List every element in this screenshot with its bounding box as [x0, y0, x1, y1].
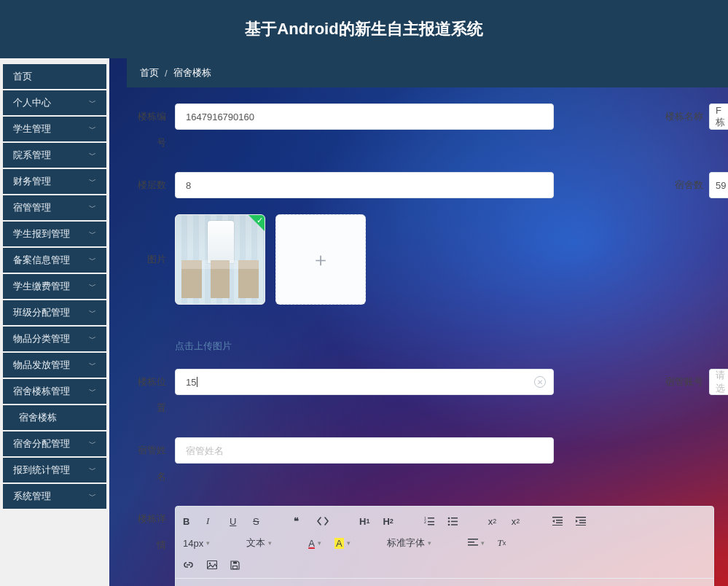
app-title: 基于Android的新生自主报道系统 — [245, 18, 482, 40]
breadcrumb-sep: / — [165, 68, 168, 79]
ul-button[interactable] — [447, 517, 458, 526]
sidebar-item-label: 报到统计管理 — [13, 464, 70, 477]
strike-button[interactable]: S — [253, 516, 263, 527]
sidebar-item[interactable]: 系统管理﹀ — [3, 484, 106, 509]
image-add-button[interactable]: ＋ — [275, 214, 366, 305]
breadcrumb-home[interactable]: 首页 — [140, 66, 159, 79]
sidebar-item-label: 首页 — [13, 70, 32, 83]
sidebar-item[interactable]: 学生缴费管理﹀ — [3, 274, 106, 299]
outdent-button[interactable] — [552, 517, 563, 526]
sidebar-item-label: 学生管理 — [13, 122, 51, 136]
svg-rect-4 — [428, 524, 434, 526]
chevron-down-icon: ﹀ — [89, 98, 96, 108]
sidebar-item[interactable]: 宿管管理﹀ — [3, 195, 106, 220]
input-building-no[interactable] — [175, 103, 554, 130]
chevron-down-icon: ﹀ — [89, 124, 96, 134]
svg-rect-20 — [468, 542, 474, 543]
code-button[interactable] — [317, 517, 329, 526]
svg-rect-8 — [451, 521, 458, 523]
subscript-button[interactable]: x2 — [488, 516, 498, 527]
sidebar-item[interactable]: 物品发放管理﹀ — [3, 353, 106, 378]
svg-rect-21 — [468, 544, 478, 546]
breadcrumb-current: 宿舍楼栋 — [173, 66, 211, 79]
sidebar-item[interactable]: 财务管理﹀ — [3, 169, 106, 194]
building-no-field[interactable] — [186, 112, 543, 122]
label-building-no: 楼栋编号 — [130, 103, 175, 156]
superscript-button[interactable]: x2 — [512, 516, 522, 527]
input-floors[interactable] — [175, 172, 554, 198]
svg-point-23 — [209, 563, 211, 564]
text-select[interactable]: 文本▾ — [246, 536, 272, 550]
svg-rect-1 — [428, 517, 434, 519]
sidebar-item[interactable]: 报到统计管理﹀ — [3, 458, 106, 483]
sidebar-item[interactable]: 首页 — [3, 64, 106, 89]
input-keeper-name[interactable] — [175, 437, 554, 464]
font-size-select[interactable]: 14px▾ — [183, 538, 210, 549]
quote-button[interactable]: ❝ — [294, 515, 304, 527]
sidebar-item-label: 院系管理 — [13, 149, 51, 162]
image-icon[interactable] — [207, 560, 217, 569]
sidebar-item[interactable]: 学生报到管理﹀ — [3, 222, 106, 246]
underline-button[interactable]: U — [230, 516, 240, 527]
save-icon[interactable] — [230, 560, 240, 570]
sidebar-subitem[interactable]: 宿舍楼栋 — [3, 405, 106, 430]
svg-rect-6 — [451, 517, 458, 519]
font-color-button[interactable]: A▾ — [308, 538, 321, 549]
svg-point-5 — [448, 517, 450, 520]
chevron-down-icon: ﹀ — [89, 150, 96, 160]
chevron-down-icon: ﹀ — [89, 491, 96, 501]
ol-button[interactable]: 12 — [424, 517, 434, 526]
sidebar-item[interactable]: 备案信息管理﹀ — [3, 248, 106, 273]
editor-body[interactable] — [176, 579, 713, 586]
sidebar-item[interactable]: 宿舍分配管理﹀ — [3, 431, 106, 456]
label-building-name: 楼栋名称 — [665, 103, 709, 130]
bold-button[interactable]: B — [183, 516, 193, 527]
label-keeper-name: 宿管姓名 — [130, 437, 175, 490]
link-icon[interactable] — [183, 560, 194, 569]
floors-field[interactable] — [186, 180, 543, 191]
app-header: 基于Android的新生自主报道系统 — [0, 0, 728, 58]
chevron-down-icon: ﹀ — [89, 229, 96, 239]
chevron-down-icon: ﹀ — [89, 203, 96, 213]
input-keeper-account[interactable]: 请选 — [709, 369, 728, 395]
check-icon: ✓ — [248, 215, 265, 231]
align-button[interactable]: ▾ — [468, 539, 485, 547]
location-field-value: 15 — [186, 377, 196, 388]
sidebar-item-label: 宿管管理 — [13, 201, 51, 214]
input-rooms[interactable]: 59 — [709, 172, 728, 198]
indent-button[interactable] — [576, 517, 586, 526]
sidebar-item-label: 宿舍楼栋管理 — [13, 385, 70, 398]
input-building-name[interactable]: F栋 — [709, 103, 728, 130]
font-family-select[interactable]: 标准字体▾ — [387, 536, 431, 550]
chevron-down-icon: ﹀ — [89, 255, 96, 265]
input-location[interactable]: 15 ✕ — [175, 369, 554, 395]
label-location: 楼栋位置 — [130, 369, 175, 421]
h2-button[interactable]: H2 — [383, 516, 393, 527]
svg-text:2: 2 — [424, 520, 426, 524]
chevron-down-icon: ﹀ — [89, 176, 96, 187]
sidebar-item[interactable]: 宿舍楼栋管理﹀ — [3, 379, 106, 404]
italic-button[interactable]: I — [206, 515, 216, 527]
svg-rect-15 — [576, 517, 586, 518]
sidebar-item-label: 备案信息管理 — [13, 254, 70, 267]
sidebar-item[interactable]: 院系管理﹀ — [3, 143, 106, 168]
chevron-down-icon: ﹀ — [89, 360, 96, 370]
chevron-down-icon: ﹀ — [89, 465, 96, 475]
image-thumbnail[interactable]: ✓ — [175, 214, 265, 305]
clear-format-button[interactable]: Tx — [498, 537, 508, 549]
sidebar-item[interactable]: 物品分类管理﹀ — [3, 327, 106, 351]
sidebar-item[interactable]: 学生管理﹀ — [3, 117, 106, 141]
upload-tip[interactable]: 点击上传图片 — [175, 340, 554, 353]
svg-rect-17 — [579, 523, 586, 524]
sidebar-item[interactable]: 班级分配管理﹀ — [3, 300, 106, 325]
h1-button[interactable]: H1 — [359, 516, 369, 527]
sidebar-item-label: 物品发放管理 — [13, 359, 70, 372]
label-keeper-account: 宿管账号 — [665, 369, 709, 395]
sidebar-item-label: 学生缴费管理 — [13, 280, 70, 293]
sidebar-item[interactable]: 个人中心﹀ — [3, 90, 106, 115]
keeper-name-field[interactable] — [186, 445, 543, 456]
sidebar-item-label: 宿舍楼栋 — [19, 411, 57, 424]
clear-icon[interactable]: ✕ — [534, 376, 546, 388]
svg-rect-24 — [233, 566, 238, 569]
bg-color-button[interactable]: A▾ — [334, 538, 351, 549]
